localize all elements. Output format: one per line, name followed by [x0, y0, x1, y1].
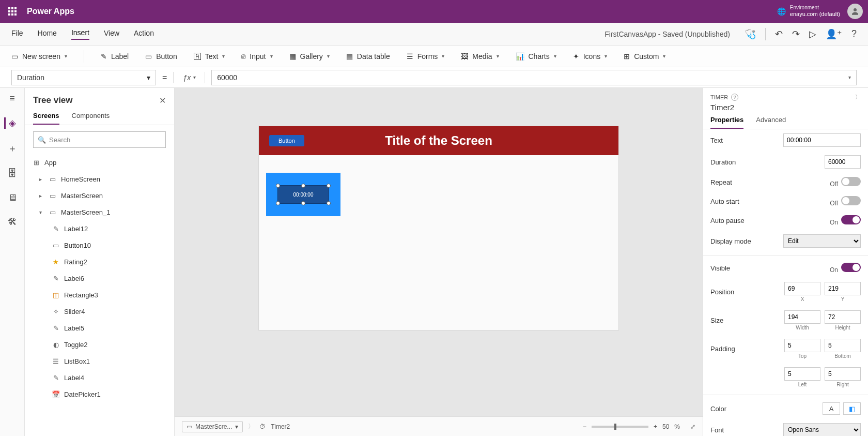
zoom-in-icon[interactable]: + [654, 423, 657, 430]
media-rail-icon[interactable]: 🖥 [8, 192, 17, 203]
svg-point-0 [854, 8, 857, 11]
prop-color-label: Color [710, 405, 726, 413]
app-checker-icon[interactable]: 🩺 [745, 28, 756, 40]
resize-handle[interactable] [327, 184, 331, 188]
fit-icon[interactable]: ⤢ [690, 423, 695, 430]
fx-button[interactable]: ƒx▾ [180, 73, 198, 82]
close-icon[interactable]: ✕ [159, 96, 166, 106]
formula-input[interactable]: 60000 ▾ [211, 70, 857, 85]
insert-forms[interactable]: ☰Forms▾ [407, 52, 445, 61]
design-canvas[interactable]: Button Title of the Screen 00:00:00 [259, 126, 618, 330]
tree-item[interactable]: 📅DatePicker1 [25, 386, 174, 402]
breadcrumb-screen[interactable]: ▭ MasterScre... ▾ [182, 421, 243, 432]
tree-item[interactable]: ▸▭MasterScreen [25, 187, 174, 204]
timer-container[interactable]: 00:00:00 [266, 173, 340, 216]
chart-icon: 📊 [516, 52, 524, 61]
prop-x-input[interactable] [784, 282, 820, 295]
menu-home[interactable]: Home [38, 29, 57, 39]
add-icon[interactable]: ＋ [8, 142, 17, 155]
prop-autopause-toggle[interactable] [841, 215, 861, 224]
menu-file[interactable]: File [11, 29, 23, 39]
tree-item[interactable]: ▾▭MasterScreen_1 [25, 204, 174, 220]
prop-text-input[interactable] [783, 133, 861, 147]
prop-displaymode-select[interactable]: Edit [783, 234, 861, 248]
tab-components[interactable]: Components [72, 112, 110, 125]
tree-item[interactable]: ✎Label6 [25, 270, 174, 287]
undo-icon[interactable]: ↶ [775, 28, 783, 40]
canvas-button[interactable]: Button [269, 135, 304, 146]
insert-datatable[interactable]: ▤Data table [346, 52, 390, 61]
resize-handle[interactable] [327, 201, 331, 205]
tools-icon[interactable]: 🛠 [8, 217, 17, 228]
timer-control[interactable]: 00:00:00 [277, 185, 329, 204]
prop-repeat-toggle[interactable] [841, 177, 861, 186]
panel-type-label: TIMER [710, 94, 728, 100]
help-icon[interactable]: ? [851, 28, 857, 39]
insert-media[interactable]: 🖼Media▾ [461, 52, 499, 61]
prop-autostart-toggle[interactable] [841, 196, 861, 205]
user-avatar[interactable] [847, 4, 863, 19]
tree-item[interactable]: ▸▭HomeScreen [25, 171, 174, 187]
tree-item[interactable]: ⟡Slider4 [25, 303, 174, 320]
label-icon: ✎ [52, 274, 60, 282]
prop-visible-toggle[interactable] [841, 263, 861, 272]
insert-gallery[interactable]: ▦Gallery▾ [289, 52, 330, 61]
new-screen-button[interactable]: ▭ New screen▾ [11, 52, 67, 61]
prop-fill-color[interactable]: ◧ [843, 402, 861, 415]
data-icon[interactable]: 🗄 [8, 168, 17, 179]
tab-properties[interactable]: Properties [710, 116, 743, 129]
insert-label[interactable]: ✎Label [101, 52, 129, 61]
prop-width-input[interactable] [784, 310, 820, 324]
insert-icons[interactable]: ✦Icons▾ [573, 52, 607, 61]
prop-duration-input[interactable] [825, 155, 861, 169]
menu-view[interactable]: View [104, 29, 119, 39]
chevron-right-icon[interactable]: 〉 [855, 93, 861, 101]
prop-font-color[interactable]: A [823, 402, 840, 415]
tree-item[interactable]: ◐Toggle2 [25, 336, 174, 353]
tree-item[interactable]: ✎Label12 [25, 220, 174, 237]
prop-pad-top-input[interactable] [784, 339, 820, 352]
zoom-out-icon[interactable]: − [583, 423, 586, 430]
resize-handle[interactable] [276, 201, 280, 205]
info-icon[interactable]: ? [731, 94, 738, 101]
prop-y-input[interactable] [825, 282, 861, 295]
resize-handle[interactable] [301, 201, 305, 205]
property-selector[interactable]: Duration ▾ [11, 70, 156, 85]
prop-height-input[interactable] [825, 310, 861, 324]
tree-item[interactable]: ⊞App [25, 154, 174, 171]
environment-picker[interactable]: Environment enayu.com (default) [790, 5, 840, 18]
insert-custom[interactable]: ⊞Custom▾ [624, 52, 665, 61]
tree-item[interactable]: ★Rating2 [25, 253, 174, 270]
screen-icon: ▭ [49, 191, 57, 200]
breadcrumb-control[interactable]: Timer2 [271, 423, 290, 430]
treeview-icon[interactable]: ◈ [4, 117, 16, 129]
resize-handle[interactable] [276, 184, 280, 188]
hamburger-icon[interactable]: ≡ [9, 93, 15, 104]
waffle-icon[interactable] [5, 4, 20, 19]
prop-pad-bottom-input[interactable] [825, 339, 861, 352]
prop-font-select[interactable]: Open Sans [783, 423, 861, 436]
menu-action[interactable]: Action [134, 29, 154, 39]
tree-search-input[interactable]: 🔍 Search [33, 131, 166, 148]
star-icon: ★ [52, 258, 60, 266]
resize-handle[interactable] [301, 184, 305, 188]
tree-item[interactable]: ◫Rectangle3 [25, 287, 174, 303]
prop-pad-left-input[interactable] [784, 367, 820, 381]
zoom-slider[interactable] [592, 426, 648, 428]
insert-ribbon: ▭ New screen▾ ✎Label ▭Button 🄰Text▾ ⎚Inp… [0, 46, 868, 67]
tree-item[interactable]: ☰ListBox1 [25, 353, 174, 369]
tab-advanced[interactable]: Advanced [756, 116, 786, 129]
insert-input[interactable]: ⎚Input▾ [241, 52, 272, 61]
tree-item[interactable]: ▭Button10 [25, 237, 174, 253]
insert-charts[interactable]: 📊Charts▾ [516, 52, 556, 61]
menu-insert[interactable]: Insert [71, 28, 89, 40]
tree-item[interactable]: ✎Label5 [25, 320, 174, 336]
tab-screens[interactable]: Screens [33, 112, 59, 125]
redo-icon[interactable]: ↷ [792, 28, 800, 40]
insert-text[interactable]: 🄰Text▾ [194, 52, 225, 61]
play-icon[interactable]: ▷ [809, 28, 816, 40]
share-icon[interactable]: 👤⁺ [826, 28, 842, 40]
tree-item[interactable]: ✎Label4 [25, 369, 174, 386]
insert-button[interactable]: ▭Button [145, 52, 177, 61]
prop-pad-right-input[interactable] [825, 367, 861, 381]
